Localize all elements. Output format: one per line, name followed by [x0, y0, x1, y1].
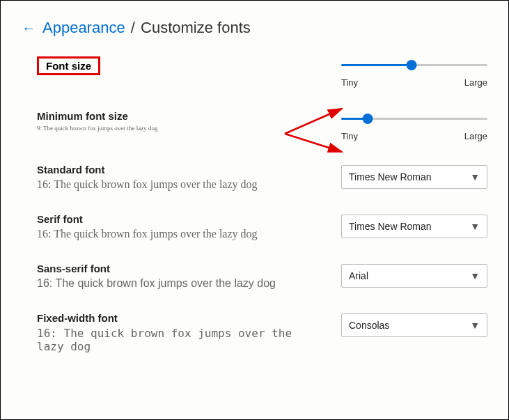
- chevron-down-icon: ▼: [470, 171, 480, 182]
- mono-font-dropdown[interactable]: Consolas ▼: [341, 313, 487, 337]
- breadcrumb-separator: /: [131, 19, 135, 36]
- slider-max-label: Large: [464, 131, 487, 141]
- row-font-size: Font size Tiny Large: [37, 56, 487, 88]
- content-area: Font size Tiny Large Minimum font size 9…: [22, 37, 487, 353]
- serif-font-label: Serif font: [37, 213, 320, 225]
- slider-thumb[interactable]: [406, 60, 416, 70]
- slider-thumb[interactable]: [362, 114, 373, 124]
- row-mono-font: Fixed-width font 16: The quick brown fox…: [37, 312, 487, 353]
- min-font-size-label: Minimum font size: [37, 110, 320, 122]
- dropdown-value: Times New Roman: [349, 171, 432, 182]
- slider-labels: Tiny Large: [341, 77, 487, 88]
- font-size-label: Font size: [37, 56, 100, 75]
- row-serif-font: Serif font 16: The quick brown fox jumps…: [37, 213, 487, 240]
- min-font-size-preview: 9: The quick brown fox jumps over the la…: [37, 125, 320, 132]
- settings-page: ← Appearance / Customize fonts Font size…: [1, 1, 508, 353]
- chevron-down-icon: ▼: [470, 221, 480, 232]
- standard-font-preview: 16: The quick brown fox jumps over the l…: [37, 178, 320, 191]
- row-min-font-size: Minimum font size 9: The quick brown fox…: [37, 110, 487, 141]
- slider-max-label: Large: [464, 77, 487, 88]
- standard-font-dropdown[interactable]: Times New Roman ▼: [341, 165, 487, 189]
- breadcrumb-link-appearance[interactable]: Appearance: [42, 19, 125, 36]
- standard-font-label: Standard font: [37, 164, 320, 176]
- font-size-slider[interactable]: [341, 58, 487, 73]
- chevron-down-icon: ▼: [470, 270, 480, 281]
- breadcrumb-current: Customize fonts: [141, 19, 251, 36]
- back-arrow-icon[interactable]: ←: [22, 21, 36, 35]
- sans-font-preview: 16: The quick brown fox jumps over the l…: [37, 277, 320, 290]
- breadcrumb: ← Appearance / Customize fonts: [22, 19, 487, 37]
- dropdown-value: Times New Roman: [349, 221, 432, 232]
- sans-font-dropdown[interactable]: Arial ▼: [341, 264, 487, 288]
- slider-fill: [341, 64, 412, 66]
- dropdown-value: Arial: [349, 270, 368, 281]
- chevron-down-icon: ▼: [470, 320, 480, 331]
- row-standard-font: Standard font 16: The quick brown fox ju…: [37, 164, 487, 191]
- slider-labels: Tiny Large: [341, 131, 487, 141]
- sans-font-label: Sans-serif font: [37, 263, 320, 274]
- dropdown-value: Consolas: [349, 320, 389, 331]
- slider-min-label: Tiny: [341, 131, 358, 141]
- row-sans-font: Sans-serif font 16: The quick brown fox …: [37, 263, 487, 290]
- serif-font-dropdown[interactable]: Times New Roman ▼: [341, 215, 487, 238]
- mono-font-label: Fixed-width font: [37, 312, 320, 324]
- min-font-size-slider[interactable]: [341, 111, 487, 127]
- serif-font-preview: 16: The quick brown fox jumps over the l…: [37, 228, 320, 240]
- slider-min-label: Tiny: [341, 77, 358, 88]
- mono-font-preview: 16: The quick brown fox jumps over the l…: [37, 327, 320, 353]
